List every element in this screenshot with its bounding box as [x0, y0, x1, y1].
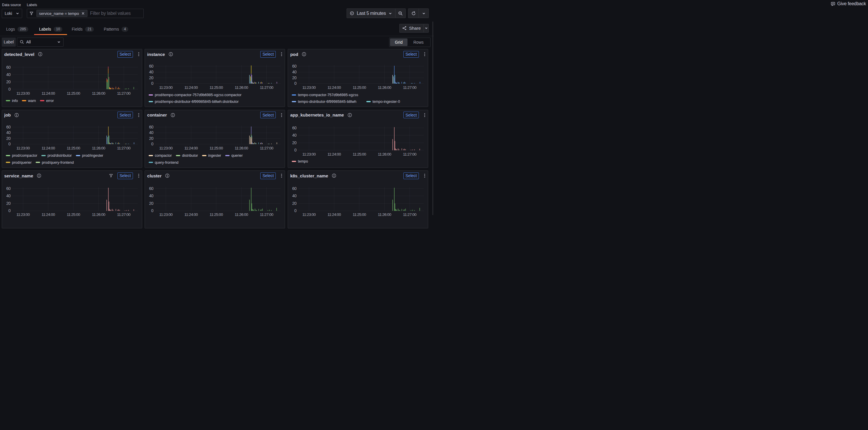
svg-text:querier: querier: [231, 154, 243, 158]
svg-text:20: 20: [149, 201, 154, 206]
svg-text:11:27:00: 11:27:00: [117, 212, 130, 215]
svg-text:11:23:00: 11:23:00: [159, 146, 173, 150]
svg-text:11:23:00: 11:23:00: [302, 212, 316, 215]
svg-text:0: 0: [8, 141, 10, 146]
svg-text:60: 60: [292, 64, 297, 68]
svg-text:prod/querier: prod/querier: [12, 160, 31, 164]
svg-text:prod/compactor: prod/compactor: [12, 154, 37, 158]
svg-text:11:27:00: 11:27:00: [260, 85, 273, 90]
svg-text:tempo-compactor-757d9b6985-xgz: tempo-compactor-757d9b6985-xgzss: [298, 93, 358, 97]
svg-text:11:26:00: 11:26:00: [92, 212, 105, 215]
svg-text:11:25:00: 11:25:00: [67, 146, 80, 150]
svg-text:11:26:00: 11:26:00: [378, 85, 391, 90]
svg-text:20: 20: [292, 75, 297, 80]
svg-text:11:25:00: 11:25:00: [353, 85, 366, 90]
svg-text:20: 20: [6, 201, 10, 206]
svg-text:20: 20: [6, 136, 10, 140]
svg-text:11:24:00: 11:24:00: [327, 212, 341, 215]
svg-text:11:24:00: 11:24:00: [41, 91, 55, 96]
svg-text:ingester: ingester: [208, 154, 221, 158]
svg-text:11:24:00: 11:24:00: [41, 146, 55, 150]
svg-text:40: 40: [292, 193, 297, 198]
svg-text:tempo-distributor-6f99985845-b: tempo-distributor-6f99985845-b8lwh: [298, 100, 356, 104]
svg-text:20: 20: [149, 75, 154, 80]
svg-text:40: 40: [149, 193, 154, 198]
svg-text:60: 60: [292, 186, 297, 191]
svg-text:11:26:00: 11:26:00: [378, 152, 391, 156]
svg-text:40: 40: [292, 133, 297, 137]
svg-text:prod/query-frontend: prod/query-frontend: [42, 160, 74, 164]
svg-text:60: 60: [149, 186, 154, 191]
svg-text:11:27:00: 11:27:00: [260, 212, 273, 215]
svg-text:11:25:00: 11:25:00: [353, 152, 366, 156]
svg-text:0: 0: [151, 81, 154, 86]
svg-text:prod/distributor: prod/distributor: [47, 154, 71, 158]
svg-text:60: 60: [292, 125, 297, 130]
svg-text:11:26:00: 11:26:00: [235, 212, 248, 215]
svg-text:40: 40: [149, 70, 154, 74]
svg-text:40: 40: [6, 130, 10, 135]
svg-text:11:25:00: 11:25:00: [67, 91, 80, 96]
svg-text:warn: warn: [28, 99, 36, 103]
svg-text:60: 60: [6, 186, 10, 191]
svg-text:11:27:00: 11:27:00: [117, 146, 130, 150]
svg-text:11:24:00: 11:24:00: [327, 85, 341, 90]
svg-text:40: 40: [6, 72, 10, 77]
svg-text:11:27:00: 11:27:00: [403, 85, 416, 90]
svg-text:11:23:00: 11:23:00: [159, 212, 173, 215]
svg-text:11:26:00: 11:26:00: [92, 146, 105, 150]
svg-text:tempo: tempo: [298, 159, 308, 163]
svg-text:prod/tempo-compactor-757d9b698: prod/tempo-compactor-757d9b6985-xgzss:co…: [155, 93, 241, 97]
svg-text:60: 60: [6, 124, 10, 129]
svg-text:11:25:00: 11:25:00: [210, 85, 223, 90]
svg-text:11:24:00: 11:24:00: [185, 85, 198, 90]
svg-text:11:27:00: 11:27:00: [403, 152, 416, 156]
svg-text:prod/ingester: prod/ingester: [82, 154, 103, 158]
svg-text:11:24:00: 11:24:00: [185, 146, 198, 150]
svg-text:11:23:00: 11:23:00: [16, 146, 30, 150]
svg-text:11:24:00: 11:24:00: [185, 212, 198, 215]
svg-text:distributor: distributor: [182, 154, 198, 158]
svg-text:0: 0: [151, 208, 154, 213]
svg-text:11:27:00: 11:27:00: [403, 212, 416, 215]
svg-text:0: 0: [294, 81, 297, 86]
svg-text:0: 0: [294, 148, 297, 152]
svg-text:prod/tempo-distributor-6f99985: prod/tempo-distributor-6f99985845-b8lwh:…: [155, 100, 239, 104]
svg-text:60: 60: [6, 65, 10, 70]
svg-text:11:24:00: 11:24:00: [327, 152, 341, 156]
svg-text:11:25:00: 11:25:00: [353, 212, 366, 215]
svg-text:11:23:00: 11:23:00: [302, 152, 316, 156]
svg-text:40: 40: [292, 70, 297, 74]
svg-text:60: 60: [149, 64, 154, 68]
svg-text:11:27:00: 11:27:00: [260, 146, 273, 150]
svg-text:11:26:00: 11:26:00: [235, 85, 248, 90]
svg-text:0: 0: [8, 208, 10, 213]
svg-text:20: 20: [149, 136, 154, 140]
svg-text:query-frontend: query-frontend: [155, 160, 178, 164]
svg-text:20: 20: [292, 140, 297, 145]
svg-text:11:25:00: 11:25:00: [210, 146, 223, 150]
svg-text:20: 20: [6, 79, 10, 84]
svg-text:11:23:00: 11:23:00: [16, 91, 30, 96]
svg-text:40: 40: [6, 193, 10, 198]
svg-text:11:25:00: 11:25:00: [67, 212, 80, 215]
svg-text:40: 40: [149, 130, 154, 135]
svg-text:11:23:00: 11:23:00: [159, 85, 173, 90]
svg-text:0: 0: [8, 87, 10, 92]
svg-text:tempo-ingester-0: tempo-ingester-0: [372, 100, 400, 104]
svg-text:11:27:00: 11:27:00: [117, 91, 130, 96]
svg-text:11:23:00: 11:23:00: [16, 212, 30, 215]
svg-text:11:23:00: 11:23:00: [302, 85, 316, 90]
svg-text:60: 60: [149, 124, 154, 129]
svg-text:11:26:00: 11:26:00: [378, 212, 391, 215]
svg-text:error: error: [46, 99, 54, 103]
svg-text:20: 20: [292, 201, 297, 206]
svg-text:0: 0: [294, 208, 297, 213]
svg-text:11:26:00: 11:26:00: [235, 146, 248, 150]
svg-text:info: info: [12, 99, 18, 103]
svg-text:compactor: compactor: [155, 154, 172, 158]
svg-text:11:26:00: 11:26:00: [92, 91, 105, 96]
svg-text:0: 0: [151, 141, 154, 146]
svg-text:11:24:00: 11:24:00: [41, 212, 55, 215]
svg-text:11:25:00: 11:25:00: [210, 212, 223, 215]
